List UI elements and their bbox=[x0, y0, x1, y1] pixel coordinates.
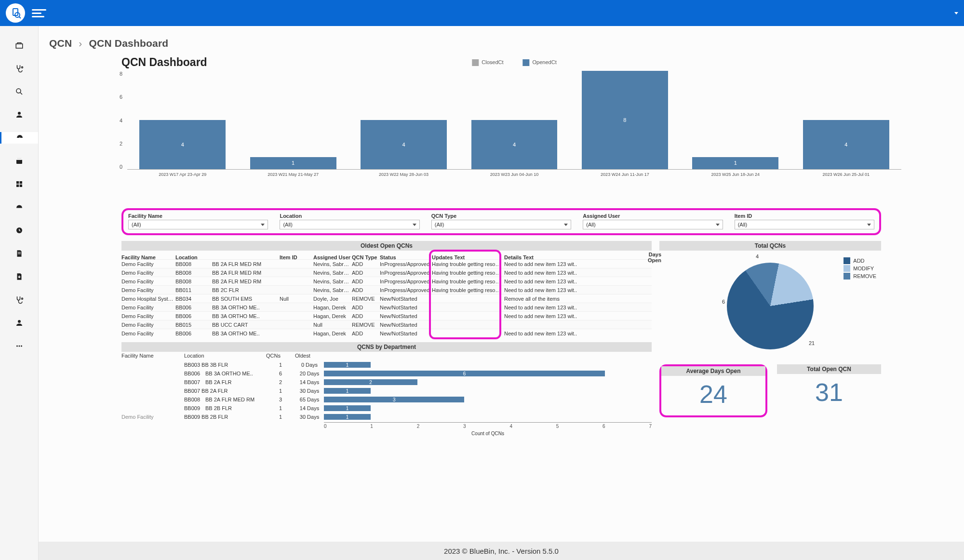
table-row[interactable]: Demo Hospital SystemBB034BB SOUTH EMSNul… bbox=[121, 294, 652, 303]
pie-legend-label: ADD bbox=[853, 258, 864, 264]
breadcrumb: QCN › QCN Dashboard bbox=[39, 26, 964, 56]
table-row[interactable]: Demo FacilityBB008BB 2A FLR MED RMNevins… bbox=[121, 259, 652, 268]
main-content: QCN › QCN Dashboard QCN Dashboard Closed… bbox=[39, 26, 964, 560]
bar[interactable]: 4 bbox=[139, 120, 226, 169]
svg-point-4 bbox=[16, 89, 21, 93]
kpi-total-value: 31 bbox=[777, 374, 881, 413]
dept-panel-title: QCNS by Department bbox=[121, 342, 652, 352]
filter-label: QCN Type bbox=[431, 213, 571, 219]
dept-bar[interactable]: 1 bbox=[324, 414, 371, 420]
nav-download-icon[interactable] bbox=[10, 271, 29, 282]
dept-bar[interactable]: 1 bbox=[324, 362, 371, 368]
nav-stethoscope-icon[interactable] bbox=[10, 63, 29, 74]
filter-select-qcn type[interactable]: (All) bbox=[431, 220, 571, 229]
pie-swatch bbox=[844, 265, 850, 272]
table-row[interactable]: Demo FacilityBB011BB 2C FLRNevins, Sabri… bbox=[121, 285, 652, 294]
topbar-right-caret[interactable] bbox=[954, 12, 958, 14]
footer: 2023 © BlueBin, Inc. - Version 5.5.0 bbox=[39, 542, 964, 560]
svg-rect-13 bbox=[19, 185, 22, 187]
sidebar bbox=[0, 26, 39, 560]
pie-panel-title: Total QCNs bbox=[659, 241, 881, 251]
kpi-row: Average Days Open 24 Total Open QCN 31 bbox=[659, 364, 881, 417]
svg-rect-15 bbox=[18, 252, 21, 253]
nav-person-icon[interactable] bbox=[10, 317, 29, 329]
breadcrumb-sep: › bbox=[79, 38, 82, 49]
filter-row: Facility Name(All)Location(All)QCN Type(… bbox=[121, 208, 881, 235]
table-row[interactable]: Demo FacilityBB008BB 2A FLR MED RMNevins… bbox=[121, 268, 652, 277]
svg-point-17 bbox=[21, 298, 23, 299]
y-axis: 86420 bbox=[114, 71, 122, 170]
pie-legend-label: REMOVE bbox=[853, 273, 876, 279]
nav-calendar-icon[interactable] bbox=[10, 155, 29, 167]
pie-label-remove: 4 bbox=[756, 253, 759, 259]
table-row[interactable]: BB008 BB 2A FLR MED RM365 Days3 bbox=[121, 395, 652, 404]
nav-dashboard-icon[interactable] bbox=[0, 132, 38, 144]
table-row[interactable]: Demo FacilityBB006BB 3A ORTHO ME..Hagan,… bbox=[121, 329, 652, 337]
filter-label: Item ID bbox=[735, 213, 874, 219]
pie-label-add: 21 bbox=[809, 340, 815, 346]
nav-user-icon[interactable] bbox=[10, 109, 29, 120]
svg-line-5 bbox=[20, 93, 22, 94]
svg-point-20 bbox=[18, 346, 20, 347]
breadcrumb-current: QCN Dashboard bbox=[89, 38, 169, 49]
table-row[interactable]: Demo FacilityBB008BB 2A FLR MED RMNevins… bbox=[121, 277, 652, 285]
table-row[interactable]: BB007 BB 2A FLR214 Days2 bbox=[121, 378, 652, 387]
svg-point-19 bbox=[16, 346, 18, 347]
svg-rect-16 bbox=[18, 253, 21, 254]
filter-select-assigned user[interactable]: (All) bbox=[583, 220, 723, 229]
table-row[interactable]: Demo FacilityBB015BB UCC CARTNullREMOVEN… bbox=[121, 320, 652, 329]
pie-label-modify: 6 bbox=[722, 299, 725, 305]
svg-point-21 bbox=[21, 346, 22, 347]
weekly-bar-chart: ClosedCt OpenedCt 86420 4144814 2023 W17… bbox=[127, 71, 901, 189]
nav-grid-icon[interactable] bbox=[10, 178, 29, 190]
kpi-avg-value: 24 bbox=[661, 376, 765, 415]
kpi-total-label: Total Open QCN bbox=[777, 364, 881, 374]
bar[interactable]: 4 bbox=[471, 120, 558, 169]
dept-bar[interactable]: 1 bbox=[324, 405, 371, 411]
legend-closed-swatch bbox=[472, 59, 479, 66]
filter-label: Facility Name bbox=[128, 213, 268, 219]
bar[interactable]: 4 bbox=[803, 120, 889, 169]
dept-x-axis-label: Count of QCNs bbox=[324, 431, 652, 436]
filter-select-item id[interactable]: (All) bbox=[735, 220, 874, 229]
nav-document-icon[interactable] bbox=[10, 248, 29, 259]
bar[interactable]: 4 bbox=[361, 120, 447, 169]
table-row[interactable]: Demo FacilityBB006BB 3A ORTHO ME..Hagan,… bbox=[121, 311, 652, 320]
bar[interactable]: 1 bbox=[250, 157, 336, 170]
table-row[interactable]: Demo FacilityBB009 BB 2B FLR130 Days1 bbox=[121, 413, 652, 421]
table-row[interactable]: BB009 BB 2B FLR114 Days1 bbox=[121, 404, 652, 413]
svg-rect-9 bbox=[16, 159, 22, 160]
table-row[interactable]: BB006 BB 3A ORTHO ME..620 Days6 bbox=[121, 369, 652, 378]
svg-rect-11 bbox=[19, 181, 22, 184]
dept-bar[interactable]: 2 bbox=[324, 379, 417, 385]
chart-legend: ClosedCt OpenedCt bbox=[472, 59, 556, 66]
x-axis-labels: 2023 W17 Apr 23-Apr 292023 W21 May 21-Ma… bbox=[127, 172, 901, 177]
bar[interactable]: 1 bbox=[692, 157, 778, 170]
nav-toolbox-icon[interactable] bbox=[10, 40, 29, 51]
nav-stethoscope2-icon[interactable] bbox=[10, 294, 29, 306]
bar[interactable]: 8 bbox=[582, 71, 668, 169]
filter-select-facility name[interactable]: (All) bbox=[128, 220, 268, 229]
nav-gauge-icon[interactable] bbox=[10, 201, 29, 213]
dept-bar[interactable]: 3 bbox=[324, 397, 464, 402]
filter-select-location[interactable]: (All) bbox=[280, 220, 419, 229]
total-qcns-pie-chart: ADDMODIFYREMOVE 4 6 21 bbox=[659, 251, 881, 361]
dept-bar[interactable]: 1 bbox=[324, 388, 371, 394]
footer-text: 2023 © BlueBin, Inc. - Version 5.5.0 bbox=[444, 547, 559, 555]
top-bar bbox=[0, 0, 964, 26]
nav-more-icon[interactable] bbox=[10, 340, 29, 352]
breadcrumb-root[interactable]: QCN bbox=[49, 38, 72, 49]
svg-point-3 bbox=[21, 67, 23, 68]
legend-closed-label: ClosedCt bbox=[482, 59, 503, 65]
table-row[interactable]: BB007 BB 2A FLR130 Days1 bbox=[121, 387, 652, 395]
menu-toggle-icon[interactable] bbox=[32, 9, 46, 17]
oldest-open-qcns-table: Facility NameLocationItem IDAssigned Use… bbox=[121, 251, 652, 337]
nav-search-icon[interactable] bbox=[10, 86, 29, 97]
dept-bar[interactable]: 6 bbox=[324, 371, 605, 376]
table-row[interactable]: Demo FacilityBB006BB 3A ORTHO ME..Hagan,… bbox=[121, 303, 652, 311]
svg-point-6 bbox=[18, 112, 21, 115]
table-row[interactable]: BB003 BB 3B FLR10 Days1 bbox=[121, 360, 652, 369]
logo[interactable] bbox=[6, 3, 25, 23]
nav-clock-icon[interactable] bbox=[10, 225, 29, 236]
svg-line-2 bbox=[19, 16, 21, 18]
